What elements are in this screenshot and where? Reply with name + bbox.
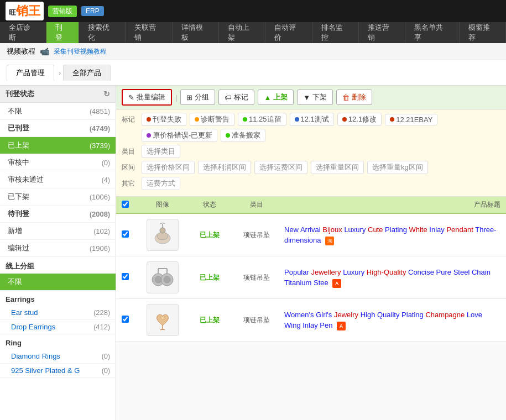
filter-tag-warning[interactable]: 诊断警告 bbox=[190, 113, 234, 126]
filter-area: 标记 刊登失败 诊断警告 11.25追留 12.1测试 bbox=[116, 109, 506, 197]
refresh-icon[interactable]: ↻ bbox=[103, 90, 110, 98]
filter-tag-fail[interactable]: 刊登失败 bbox=[142, 113, 186, 126]
row-1-checkbox[interactable] bbox=[122, 230, 129, 238]
sidebar-sub-drop-earrings[interactable]: Drop Earrings (412) bbox=[0, 320, 116, 334]
th-image: 图像 bbox=[140, 200, 185, 209]
jewelry-svg-3 bbox=[147, 305, 178, 335]
row-checkbox-3[interactable] bbox=[122, 316, 135, 324]
publish-button[interactable]: ▲ 上架 bbox=[258, 90, 294, 105]
sidebar-item-unpublished[interactable]: 已下架 (1006) bbox=[0, 188, 116, 206]
breadcrumb-current[interactable]: 全部产品 bbox=[63, 65, 111, 81]
nav-item-ranking[interactable]: 排名监控 bbox=[312, 22, 359, 43]
sidebar-online-label: 不限 bbox=[8, 277, 22, 287]
filter-tag-ebay[interactable]: 12.21EBAY bbox=[385, 114, 437, 125]
tag-button[interactable]: 🏷 标记 bbox=[218, 90, 254, 105]
nav-item-related[interactable]: 关联营销 bbox=[126, 22, 172, 43]
row-category-3: 项链吊坠 bbox=[234, 316, 279, 325]
row-2-checkbox[interactable] bbox=[122, 273, 129, 280]
sidebar-item-count: (102) bbox=[93, 227, 110, 235]
filter-tag-move[interactable]: 准备搬家 bbox=[221, 129, 265, 142]
th-checkbox[interactable] bbox=[122, 201, 135, 209]
sidebar-item-pending[interactable]: 待刊登 (2008) bbox=[0, 206, 116, 223]
row-checkbox-1[interactable] bbox=[122, 230, 135, 239]
delete-button[interactable]: 🗑 删除 bbox=[336, 90, 372, 105]
dot-green2 bbox=[226, 133, 230, 138]
sidebar-item-count: (4) bbox=[102, 176, 110, 184]
filter-label-other: 其它 bbox=[122, 179, 138, 188]
content-area: ✎ 批量编辑 | ⊞ 分组 🏷 标记 ▲ 上架 ▼ 下架 🗑 删除 bbox=[116, 86, 506, 420]
nav-item-template[interactable]: 详情模板 bbox=[173, 22, 219, 43]
sidebar-item-unlimited[interactable]: 不限 (4851) bbox=[0, 103, 116, 120]
badge-marketing[interactable]: 营销版 bbox=[48, 6, 77, 17]
breadcrumb-arrow: › bbox=[59, 69, 61, 77]
nav-item-push[interactable]: 推送营销 bbox=[359, 22, 405, 43]
sub-item-label: Drop Earrings bbox=[11, 323, 55, 331]
weight-kg-range-select[interactable]: 选择重量kg区间 bbox=[367, 161, 428, 174]
nav-item-auto-review[interactable]: 自动评价 bbox=[265, 22, 312, 43]
breadcrumb-parent[interactable]: 产品管理 bbox=[7, 65, 54, 81]
sidebar-sub-ear-stud[interactable]: Ear stud (228) bbox=[0, 306, 116, 320]
sidebar-item-label: 已下架 bbox=[8, 192, 29, 202]
dot-purple bbox=[147, 133, 151, 138]
dot-orange bbox=[195, 117, 199, 122]
nav-item-showcase[interactable]: 橱窗推荐 bbox=[460, 22, 506, 43]
sidebar-sub-diamond-rings[interactable]: Diamond Rings (0) bbox=[0, 349, 116, 364]
svg-point-7 bbox=[164, 276, 170, 283]
sidebar-item-label: 编辑过 bbox=[8, 243, 29, 253]
svg-point-2 bbox=[160, 228, 165, 233]
weight-range-select[interactable]: 选择重量区间 bbox=[311, 161, 364, 174]
nav-item-blacklist[interactable]: 黑名单共享 bbox=[405, 22, 459, 43]
video-icon: 📹 bbox=[40, 47, 49, 56]
row-title-2: Popular Jewellery Luxury High-Quality Co… bbox=[284, 267, 500, 288]
group-button[interactable]: ⊞ 分组 bbox=[180, 90, 215, 105]
nav-item-listing[interactable]: 刊登 bbox=[46, 22, 79, 43]
sidebar-item-count: (0) bbox=[102, 159, 110, 167]
video-tutorial-link[interactable]: 采集刊登视频教程 bbox=[54, 47, 107, 56]
sidebar: 刊登状态 ↻ 不限 (4851) 已刊登 (4749) 已上架 (3739) 审… bbox=[0, 86, 116, 420]
filter-tag-121mod[interactable]: 12.1修改 bbox=[337, 113, 382, 126]
nav-item-search[interactable]: 搜索优化 bbox=[79, 22, 126, 43]
badge-erp[interactable]: ERP bbox=[81, 6, 104, 16]
sub-item-count: (0) bbox=[102, 352, 110, 360]
filter-row-range: 区间 选择价格区间 选择利润区间 选择运费区间 选择重量区间 选择重量kg区间 bbox=[122, 161, 500, 174]
sidebar-item-new[interactable]: 新增 (102) bbox=[0, 223, 116, 240]
filter-tag-1125[interactable]: 11.25追留 bbox=[238, 113, 286, 126]
profit-range-select[interactable]: 选择利润区间 bbox=[198, 161, 251, 174]
filter-tag-121[interactable]: 12.1测试 bbox=[290, 113, 334, 126]
shipping-range-select[interactable]: 选择运费区间 bbox=[254, 161, 307, 174]
unpublish-button[interactable]: ▼ 下架 bbox=[297, 90, 333, 105]
bulk-edit-button[interactable]: ✎ 批量编辑 bbox=[122, 89, 172, 106]
shipping-method-select[interactable]: 运费方式 bbox=[142, 177, 180, 190]
sidebar-item-review-failed[interactable]: 审核未通过 (4) bbox=[0, 171, 116, 188]
sidebar-item-label: 不限 bbox=[8, 106, 22, 116]
group-ring-label: Ring bbox=[0, 334, 116, 349]
nav-item-diagnosis[interactable]: 全店诊断 bbox=[0, 22, 46, 43]
table-row-3: 已上架 项链吊坠 Women's Girl's Jewelry High Qua… bbox=[116, 299, 506, 342]
sub-item-label: Ear stud bbox=[11, 308, 38, 317]
filter-tag-price-error[interactable]: 原价格错误-已更新 bbox=[142, 129, 217, 142]
down-icon: ▼ bbox=[303, 93, 310, 102]
filter-row-category: 类目 选择类目 bbox=[122, 145, 500, 158]
row-3-checkbox[interactable] bbox=[122, 316, 129, 323]
tag-icon: 🏷 bbox=[225, 93, 232, 102]
row-category-1: 项链吊坠 bbox=[234, 230, 279, 240]
online-group-label: 线上分组 bbox=[0, 257, 116, 274]
sidebar-sub-silver[interactable]: 925 Silver Plated & G (0) bbox=[0, 364, 116, 378]
row-checkbox-2[interactable] bbox=[122, 273, 135, 282]
filter-label-range: 区间 bbox=[122, 163, 138, 172]
dot-red2 bbox=[342, 117, 347, 122]
sub-item-label: 925 Silver Plated & G bbox=[11, 366, 80, 375]
sidebar-item-edited[interactable]: 编辑过 (1906) bbox=[0, 240, 116, 257]
sidebar-item-published[interactable]: 已上架 (3739) bbox=[0, 137, 116, 154]
row-category-2: 项链吊坠 bbox=[234, 273, 279, 282]
nav-item-auto-publish[interactable]: 自动上架 bbox=[219, 22, 265, 43]
th-title: 产品标题 bbox=[284, 200, 500, 209]
sidebar-item-reviewing[interactable]: 审核中 (0) bbox=[0, 154, 116, 171]
sidebar-online-unlimited[interactable]: 不限 bbox=[0, 274, 116, 291]
price-range-select[interactable]: 选择价格区间 bbox=[142, 161, 195, 174]
select-all-checkbox[interactable] bbox=[122, 201, 129, 208]
sidebar-item-listed[interactable]: 已刊登 (4749) bbox=[0, 120, 116, 137]
row-title-1: New Arrival Bijoux Luxury Cute Plating W… bbox=[284, 224, 500, 246]
nav-bar: 全店诊断 刊登 搜索优化 关联营销 详情模板 自动上架 自动评价 排名监控 推送… bbox=[0, 22, 506, 43]
category-select[interactable]: 选择类目 bbox=[142, 145, 180, 158]
